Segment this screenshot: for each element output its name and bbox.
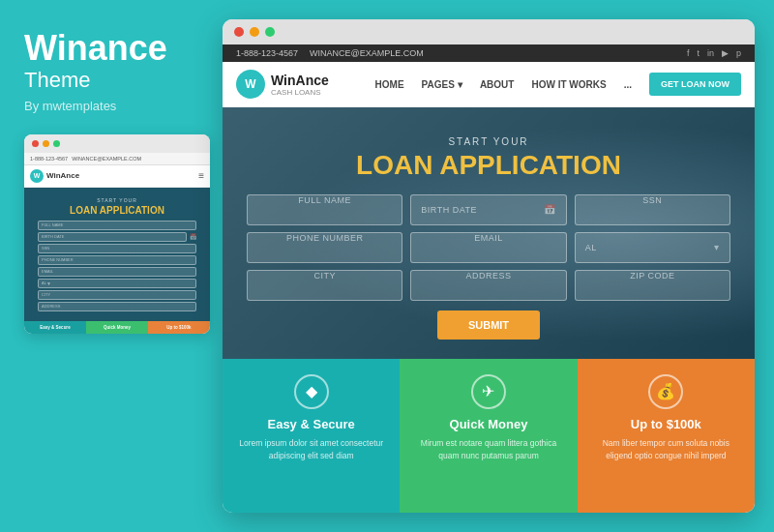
main-topbar: 1-888-123-4567 WINANCE@EXAMPLE.COM f t i… [223, 44, 755, 62]
mini-input-address[interactable]: ADDRESS [38, 302, 196, 311]
hero-title: LOAN APPLICATION [242, 151, 735, 181]
mini-email: WINANCE@EXAMPLE.COM [72, 156, 141, 162]
dropdown-icon: ▾ [714, 242, 720, 252]
input-ssn[interactable]: SSN [575, 194, 730, 225]
linkedin-icon[interactable]: in [707, 48, 714, 58]
pinterest-icon[interactable]: p [736, 48, 741, 58]
mini-feat-100k: Up to $100k [148, 321, 210, 334]
facebook-icon[interactable]: f [687, 48, 690, 58]
input-zip[interactable]: ZIP CODE [575, 270, 730, 301]
twitter-icon[interactable]: t [697, 48, 700, 58]
100k-text: Nam liber tempor cum soluta nobis eligen… [591, 437, 741, 462]
input-phone[interactable]: PHONE NUMBER [247, 232, 402, 263]
brand-by: By mwtemplates [24, 99, 198, 113]
mini-input-city[interactable]: CITY [38, 290, 196, 300]
main-nav-links: HOME PAGES ▾ ABOUT HOW IT WORKS ... GET … [375, 73, 741, 96]
mini-feat-easy: Easy & Secure [24, 321, 86, 334]
left-panel: Winance Theme By mwtemplates 1-888-123-4… [0, 0, 223, 532]
input-address[interactable]: ADDRESS [410, 270, 566, 301]
100k-icon: 💰 [648, 374, 683, 409]
form-submit-row: SUBMIT [247, 310, 730, 340]
mini-input-state[interactable]: AL▼ [38, 279, 196, 288]
quick-money-text: Mirum est notare quam littera gothica qu… [413, 437, 563, 462]
calendar-icon: 📅 [544, 204, 556, 215]
main-browser-bar [223, 19, 755, 44]
main-browser: 1-888-123-4567 WINANCE@EXAMPLE.COM f t i… [223, 19, 755, 513]
mini-browser: 1-888-123-4567 WINANCE@EXAMPLE.COM W Win… [24, 134, 210, 334]
main-topbar-phone: 1-888-123-4567 [236, 48, 298, 58]
mini-hamburger-icon[interactable]: ≡ [198, 170, 204, 181]
quick-money-icon: ✈ [471, 374, 506, 409]
mini-hero: START YOUR LOAN APPLICATION FULL NAME BI… [24, 188, 210, 321]
main-nav: W WinAnce CASH LOANS HOME PAGES ▾ ABOUT … [223, 62, 755, 107]
nav-more[interactable]: ... [624, 79, 632, 90]
nav-pages[interactable]: PAGES ▾ [422, 79, 462, 90]
mini-input-phone[interactable]: PHONE NUMBER [38, 255, 196, 265]
input-city[interactable]: CITY [247, 270, 402, 301]
main-dot-yellow [250, 27, 259, 37]
feature-100k: 💰 Up to $100k Nam liber tempor cum solut… [578, 359, 755, 513]
mini-hero-title: LOAN APPLICATION [32, 205, 202, 217]
submit-button[interactable]: SUBMIT [437, 310, 540, 340]
form-row-3: CITY ADDRESS ZIP CODE [247, 270, 730, 301]
easy-secure-text: Lorem ipsum dolor sit amet consectetur a… [236, 437, 386, 462]
main-dot-green [265, 27, 275, 37]
mini-input-birthdate[interactable]: BIRTH DATE [38, 232, 187, 242]
mini-logo-text: WinAnce [46, 171, 79, 180]
main-logo-sub: CASH LOANS [271, 88, 329, 97]
form-row-2: PHONE NUMBER EMAIL AL ▾ [247, 232, 730, 263]
main-logo-icon: W [236, 70, 265, 99]
main-logo: W WinAnce CASH LOANS [236, 70, 329, 99]
mini-hero-sub: START YOUR [32, 197, 202, 203]
brand-theme: Theme [24, 68, 198, 93]
hero-content: START YOUR LOAN APPLICATION FULL NAME BI… [242, 136, 735, 340]
mini-dot-red [32, 140, 39, 147]
main-topbar-social: f t in ▶ p [687, 48, 741, 58]
main-features: ◆ Easy & Secure Lorem ipsum dolor sit am… [223, 359, 755, 513]
quick-money-title: Quick Money [413, 417, 563, 431]
input-state[interactable]: AL ▾ [575, 232, 730, 263]
loan-application-form: FULL NAME BIRTH DATE 📅 SSN PHONE NUMBER [247, 194, 730, 340]
feature-easy-secure: ◆ Easy & Secure Lorem ipsum dolor sit am… [223, 359, 400, 513]
chevron-down-icon: ▾ [458, 79, 462, 90]
mini-feat-quick: Quick Money [86, 321, 148, 334]
main-dot-red [234, 27, 244, 37]
easy-secure-title: Easy & Secure [236, 417, 386, 431]
mini-nav: W WinAnce ≡ [24, 165, 210, 188]
mini-logo: W WinAnce [30, 169, 79, 183]
brand-name: Winance [24, 29, 198, 68]
form-row-1: FULL NAME BIRTH DATE 📅 SSN [247, 194, 730, 225]
input-full-name[interactable]: FULL NAME [247, 194, 402, 225]
mini-input-ssn[interactable]: SSN [38, 244, 196, 253]
mini-features: Easy & Secure Quick Money Up to $100k [24, 321, 210, 334]
feature-quick-money: ✈ Quick Money Mirum est notare quam litt… [400, 359, 577, 513]
mini-topbar: 1-888-123-4567 WINANCE@EXAMPLE.COM [24, 153, 210, 165]
main-topbar-email: WINANCE@EXAMPLE.COM [310, 48, 424, 58]
mini-logo-icon: W [30, 169, 44, 183]
mini-input-email[interactable]: EMAIL [38, 267, 196, 277]
mini-phone: 1-888-123-4567 [30, 156, 68, 162]
hero-sub: START YOUR [242, 136, 735, 147]
100k-title: Up to $100k [591, 417, 741, 431]
main-logo-text: WinAnce [271, 73, 329, 88]
mini-browser-bar [24, 134, 210, 153]
main-hero: START YOUR LOAN APPLICATION FULL NAME BI… [223, 107, 755, 359]
mini-dot-green [53, 140, 60, 147]
mini-input-fullname[interactable]: FULL NAME [38, 221, 196, 230]
input-email[interactable]: EMAIL [410, 232, 566, 263]
nav-home[interactable]: HOME [375, 79, 404, 90]
youtube-icon[interactable]: ▶ [722, 48, 729, 58]
mini-dot-yellow [43, 140, 49, 147]
nav-about[interactable]: ABOUT [480, 79, 515, 90]
input-birth-date[interactable]: BIRTH DATE 📅 [410, 194, 566, 225]
easy-secure-icon: ◆ [294, 374, 329, 409]
get-loan-now-button[interactable]: GET LOAN NOW [649, 73, 741, 96]
nav-how-it-works[interactable]: HOW IT WORKS [531, 79, 606, 90]
